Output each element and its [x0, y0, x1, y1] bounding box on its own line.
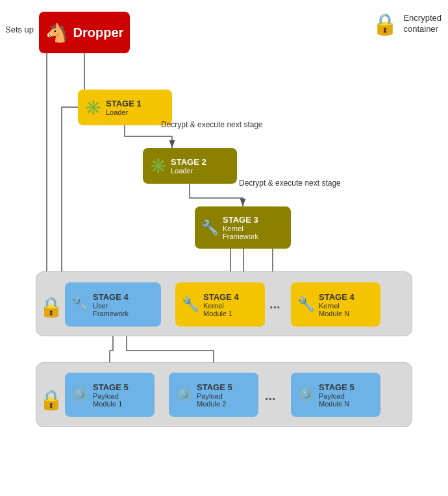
stage2-title: STAGE 2	[171, 157, 206, 167]
stage4-kerneln-text: STAGE 4 KernelModule N	[319, 292, 355, 317]
stage3-title: STAGE 3	[223, 215, 258, 225]
stage2-icon: ✳️	[149, 158, 167, 175]
stage4-kerneln-box: 🔧 STAGE 4 KernelModule N	[291, 282, 380, 327]
stage4-user-subtitle: UserFramework	[93, 302, 129, 317]
stage4-kerneln-icon: 🔧	[297, 296, 315, 313]
decrypt-label-1: Decrypt & execute next stage	[161, 120, 263, 129]
stage4-kernel1-subtitle: KernelModule 1	[203, 302, 239, 317]
lock-legend-icon: 🔒	[372, 12, 398, 36]
stage5-n-icon: ⚙️	[297, 386, 315, 403]
stage2-subtitle: Loader	[171, 167, 206, 175]
stage3-subtitle: KernelFramework	[223, 225, 258, 240]
stage5-n-title: STAGE 5	[319, 382, 355, 392]
stage4-kernel1-icon: 🔧	[182, 296, 199, 313]
legend-label: Encryptedcontainer	[403, 13, 442, 35]
stage5-1-box: ⚙️ STAGE 5 PayloadModule 1	[65, 373, 155, 417]
decrypt-label-2: Decrypt & execute next stage	[239, 179, 341, 188]
sets-up-label: Sets up	[5, 25, 34, 34]
stage1-icon: ✳️	[84, 99, 102, 116]
stage4-lock-icon: 🔒	[39, 295, 63, 318]
stage5-2-title: STAGE 5	[197, 382, 232, 392]
stage5-1-icon: ⚙️	[71, 386, 89, 403]
stage4-user-text: STAGE 4 UserFramework	[93, 292, 129, 317]
dropper-box: 🐴 Dropper	[39, 12, 130, 53]
stage1-box: ✳️ STAGE 1 Loader	[78, 90, 172, 125]
stage3-box: 🔧 STAGE 3 KernelFramework	[195, 206, 291, 249]
stage5-1-text: STAGE 5 PayloadModule 1	[93, 382, 129, 408]
stage5-n-subtitle: PayloadModule N	[319, 392, 355, 408]
stage5-2-text: STAGE 5 PayloadModule 2	[197, 382, 232, 408]
stage5-n-text: STAGE 5 PayloadModule N	[319, 382, 355, 408]
stage3-icon: 🔧	[201, 219, 219, 236]
stage5-1-subtitle: PayloadModule 1	[93, 392, 129, 408]
stage5-2-icon: ⚙️	[175, 386, 193, 403]
stage1-title: STAGE 1	[106, 99, 142, 108]
trojan-icon: 🐴	[45, 22, 68, 43]
stage2-box: ✳️ STAGE 2 Loader	[143, 148, 237, 184]
diagram: Sets up 🐴 Dropper 🔒 Encryptedcontainer ✳…	[0, 0, 448, 496]
stage3-text: STAGE 3 KernelFramework	[223, 215, 258, 240]
stage4-user-title: STAGE 4	[93, 292, 129, 302]
stage4-kerneln-title: STAGE 4	[319, 292, 355, 302]
stage4-user-box: 🔧 STAGE 4 UserFramework	[65, 282, 161, 327]
stage1-subtitle: Loader	[106, 108, 142, 116]
stage5-2-subtitle: PayloadModule 2	[197, 392, 232, 408]
stage4-kernel1-text: STAGE 4 KernelModule 1	[203, 292, 239, 317]
stage5-1-title: STAGE 5	[93, 382, 129, 392]
stage4-dots: ...	[269, 297, 280, 312]
stage2-text: STAGE 2 Loader	[171, 157, 206, 175]
dropper-label: Dropper	[73, 25, 124, 40]
stage5-n-box: ⚙️ STAGE 5 PayloadModule N	[291, 373, 380, 417]
stage4-kernel1-box: 🔧 STAGE 4 KernelModule 1	[175, 282, 265, 327]
stage5-2-box: ⚙️ STAGE 5 PayloadModule 2	[169, 373, 258, 417]
stage5-lock-icon: 🔒	[39, 388, 63, 411]
stage4-user-icon: 🔧	[71, 296, 89, 313]
stage5-dots: ...	[265, 388, 276, 403]
encrypted-container-legend: 🔒 Encryptedcontainer	[372, 12, 442, 36]
stage4-kerneln-subtitle: KernelModule N	[319, 302, 355, 317]
stage1-text: STAGE 1 Loader	[106, 99, 142, 116]
stage4-kernel1-title: STAGE 4	[203, 292, 239, 302]
